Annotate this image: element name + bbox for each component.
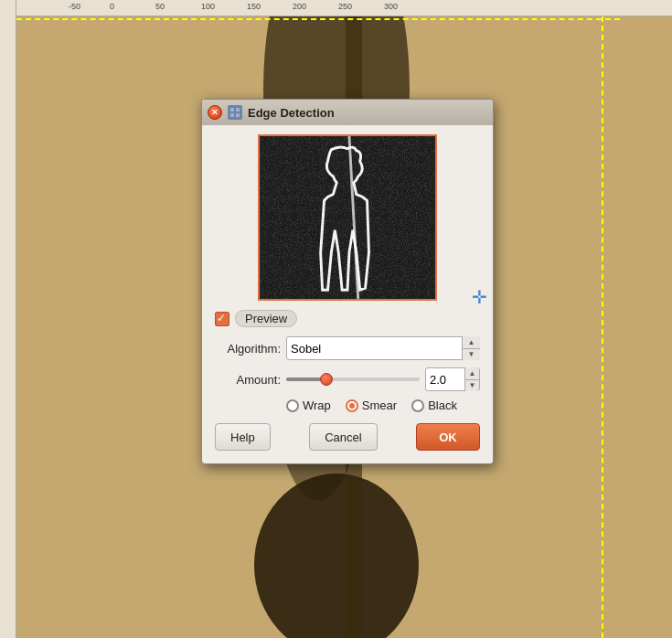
amount-label: Amount:	[215, 373, 281, 387]
ruler-left	[0, 0, 16, 638]
algorithm-up-arrow[interactable]: ▲	[463, 336, 480, 349]
cancel-button[interactable]: Cancel	[309, 423, 377, 451]
ruler-mark: 300	[384, 2, 398, 11]
amount-up-arrow[interactable]: ▲	[465, 367, 479, 380]
selection-line-vertical	[602, 16, 603, 638]
ruler-mark: 250	[338, 2, 352, 11]
ruler-top: -50 0 50 100 150 200 250 300	[0, 0, 672, 16]
svg-rect-5	[230, 108, 234, 112]
preview-svg	[260, 136, 435, 299]
dialog-titlebar: ✕ Edge Detection	[202, 100, 493, 125]
slider-thumb[interactable]	[320, 373, 333, 386]
svg-rect-7	[230, 113, 234, 117]
black-radio-item[interactable]: Black	[411, 399, 457, 412]
preview-frame	[258, 134, 437, 301]
preview-label[interactable]: Preview	[235, 310, 297, 327]
dialog-title-icon	[228, 105, 242, 120]
amount-input[interactable]	[426, 373, 464, 387]
amount-row: Amount: ▲ ▼	[215, 367, 480, 391]
preview-row: Preview	[215, 310, 480, 327]
svg-rect-8	[236, 113, 240, 117]
wrap-radio-item[interactable]: Wrap	[286, 399, 331, 412]
wrap-radio-button[interactable]	[286, 399, 299, 412]
dialog-body: ✛ Preview Algorithm: Sobel Prewitt Gradi…	[202, 125, 493, 463]
ruler-mark: 200	[293, 2, 306, 11]
help-button[interactable]: Help	[215, 423, 271, 451]
amount-slider-wrapper	[286, 377, 420, 381]
ruler-mark: 50	[155, 2, 165, 11]
preview-canvas	[260, 136, 435, 299]
smear-radio-button[interactable]	[346, 399, 358, 412]
preview-checkbox[interactable]	[215, 312, 229, 326]
amount-input-wrapper: ▲ ▼	[425, 367, 480, 391]
algorithm-select[interactable]: Sobel Prewitt Gradient Roberts Laplace D…	[286, 336, 480, 360]
ruler-mark: 150	[247, 2, 261, 11]
ruler-mark: -50	[69, 2, 80, 11]
smear-radio-label: Smear	[362, 399, 397, 412]
smear-radio-item[interactable]: Smear	[346, 399, 397, 412]
selection-line-horizontal	[16, 18, 620, 20]
dialog-close-button[interactable]: ✕	[208, 105, 222, 120]
algorithm-down-arrow[interactable]: ▼	[463, 349, 480, 361]
black-radio-label: Black	[428, 399, 457, 412]
algorithm-row: Algorithm: Sobel Prewitt Gradient Robert…	[215, 336, 480, 360]
algorithm-label: Algorithm:	[215, 342, 281, 356]
amount-arrows: ▲ ▼	[464, 367, 479, 391]
algorithm-select-arrows[interactable]: ▲ ▼	[462, 336, 480, 360]
button-row: Help Cancel OK	[215, 423, 480, 451]
edge-mode-row: Wrap Smear Black	[286, 399, 480, 412]
amount-down-arrow[interactable]: ▼	[465, 380, 479, 392]
algorithm-select-wrapper: Sobel Prewitt Gradient Roberts Laplace D…	[286, 336, 480, 360]
move-cursor-icon: ✛	[472, 286, 487, 308]
ruler-mark: 0	[110, 2, 114, 11]
ruler-mark: 100	[201, 2, 215, 11]
ok-button[interactable]: OK	[416, 423, 480, 451]
amount-slider[interactable]	[286, 377, 420, 381]
black-radio-button[interactable]	[411, 399, 424, 412]
dialog-title: Edge Detection	[248, 106, 487, 120]
edge-detection-dialog: ✕ Edge Detection	[201, 99, 494, 464]
svg-rect-6	[236, 108, 240, 112]
wrap-radio-label: Wrap	[303, 399, 331, 412]
preview-image-container: ✛	[215, 134, 480, 301]
